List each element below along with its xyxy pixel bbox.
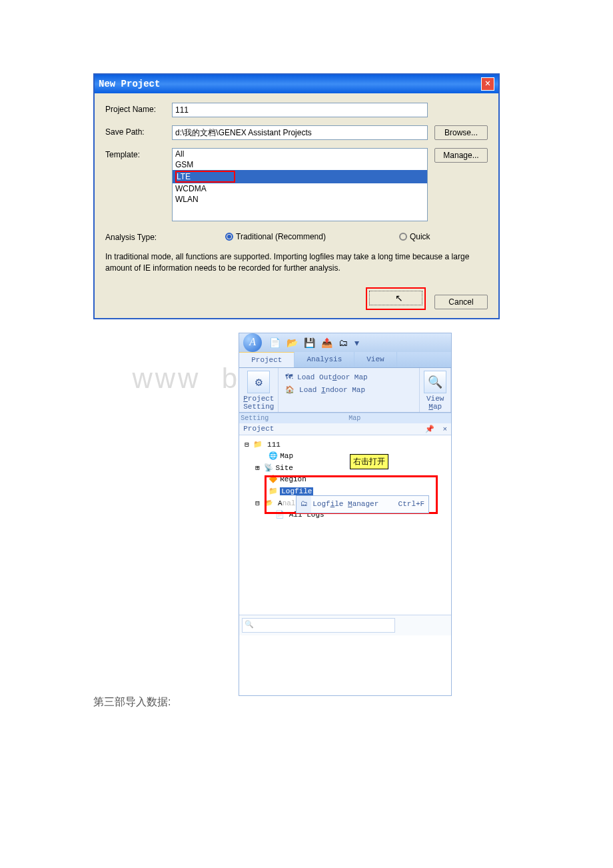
app-orb-icon[interactable]: A <box>243 333 262 352</box>
project-panel: Project 📌 × ⊟ 📁 111 🌐Map ⊞ 📡Site 🔶Region… <box>239 423 451 695</box>
dialog-title: New Project <box>99 79 160 89</box>
pin-icon[interactable]: 📌 <box>425 425 434 433</box>
project-name-label: Project Name: <box>105 103 172 114</box>
cancel-button[interactable]: Cancel <box>434 295 488 309</box>
tree-site[interactable]: ⊞ 📡Site <box>245 463 446 475</box>
dropdown-icon[interactable]: ▾ <box>354 337 359 348</box>
template-option-wlan[interactable]: WLAN <box>173 194 427 205</box>
panel-header: Project 📌 × <box>239 423 451 435</box>
app-quick-access: A 📄 📂 💾 📤 🗂 ▾ <box>239 333 451 352</box>
qat-icons: 📄 📂 💾 📤 🗂 ▾ <box>267 337 360 348</box>
search-row <box>239 615 451 635</box>
dialog-body: Project Name: Save Path: Browse... Templ… <box>95 93 498 318</box>
template-listbox[interactable]: All GSM LTE WCDMA WLAN <box>172 148 428 221</box>
gear-icon: ⚙ <box>247 371 270 393</box>
caption-text: 第三部导入数据: <box>93 695 171 709</box>
template-option-wcdma[interactable]: WCDMA <box>173 183 427 194</box>
ribbon-group-viewmap: 🔍 ViewMap <box>420 368 451 412</box>
tab-analysis[interactable]: Analysis <box>295 352 354 367</box>
highlight-box: LTE <box>175 171 235 183</box>
group-label-setting: Setting <box>239 413 291 423</box>
quick-radio[interactable]: Quick <box>399 232 430 241</box>
project-name-input[interactable] <box>172 103 428 117</box>
tab-project[interactable]: Project <box>239 352 295 367</box>
tree-root[interactable]: ⊟ 📁 111 <box>245 439 446 451</box>
template-label: Template: <box>105 148 172 159</box>
context-menu[interactable]: 🗂 Logfile Manager Ctrl+F <box>296 495 429 514</box>
group-label-map: Map <box>291 413 418 423</box>
template-option-gsm[interactable]: GSM <box>173 159 427 170</box>
save-icon[interactable]: 💾 <box>304 337 315 348</box>
traditional-radio[interactable]: Traditional (Recommend) <box>225 232 326 241</box>
tooltip-rightclick: 右击打开 <box>350 454 388 469</box>
folder-icon[interactable]: 🗂 <box>338 337 348 348</box>
search-input[interactable] <box>242 618 395 633</box>
open-icon[interactable]: 📂 <box>287 337 298 348</box>
export-icon[interactable]: 📤 <box>321 337 332 348</box>
view-map-button[interactable]: 🔍 ViewMap <box>424 371 446 411</box>
ribbon-group-map: 🗺 Load Outdoor Map 🏠 Load Indoor Map <box>279 368 420 412</box>
manager-icon: 🗂 <box>301 499 312 511</box>
analysis-description: In traditional mode, all functions are s… <box>105 251 488 274</box>
analysis-type-label: Analysis Type: <box>105 231 172 242</box>
ok-button[interactable]: ↖ <box>369 291 422 305</box>
group-labels: Setting Map <box>239 413 451 423</box>
dialog-titlebar[interactable]: New Project ✕ <box>95 75 498 93</box>
tab-view[interactable]: View <box>354 352 396 367</box>
context-menu-logfile-manager[interactable]: 🗂 Logfile Manager Ctrl+F <box>298 497 427 512</box>
load-indoor-map-button[interactable]: 🏠 Load Indoor Map <box>283 383 415 396</box>
close-button[interactable]: ✕ <box>481 77 494 91</box>
template-option-lte[interactable]: LTE <box>173 170 427 183</box>
tree-map[interactable]: 🌐Map <box>245 451 446 463</box>
save-path-label: Save Path: <box>105 125 172 137</box>
ribbon: ⚙ ProjectSetting 🗺 Load Outdoor Map 🏠 Lo… <box>239 368 451 413</box>
template-option-all[interactable]: All <box>173 149 427 159</box>
ribbon-tabs: Project Analysis View <box>239 352 451 368</box>
project-setting-button[interactable]: ⚙ ProjectSetting <box>243 371 274 411</box>
load-outdoor-map-button[interactable]: 🗺 Load Outdoor Map <box>283 371 415 383</box>
save-path-input[interactable] <box>172 125 428 140</box>
panel-title: Project <box>243 425 274 433</box>
panel-close-icon[interactable]: × <box>443 425 448 433</box>
magnify-map-icon: 🔍 <box>424 371 446 393</box>
project-tree[interactable]: ⊟ 📁 111 🌐Map ⊞ 📡Site 🔶Region 📁Logfile ⊟ … <box>239 435 451 615</box>
ribbon-group-setting: ⚙ ProjectSetting <box>239 368 279 412</box>
app-window: A 📄 📂 💾 📤 🗂 ▾ Project Analysis View <box>239 333 452 696</box>
new-icon[interactable]: 📄 <box>269 337 281 348</box>
new-project-dialog: New Project ✕ Project Name: Save Path: B… <box>93 73 500 319</box>
manage-button[interactable]: Manage... <box>434 148 488 163</box>
ok-highlight: ↖ <box>366 287 426 310</box>
browse-button[interactable]: Browse... <box>434 125 488 140</box>
cursor-icon: ↖ <box>395 293 403 303</box>
